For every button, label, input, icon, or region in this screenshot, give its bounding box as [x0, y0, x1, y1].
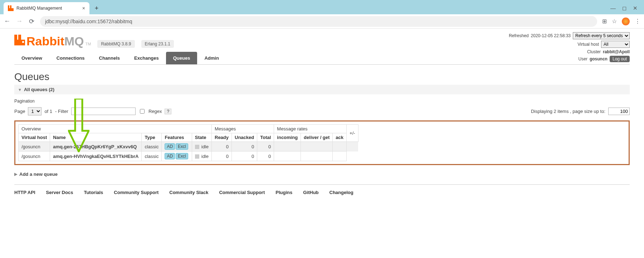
- svg-rect-1: [8, 5, 9, 8]
- cell-type: classic: [142, 152, 162, 161]
- url-bar[interactable]: jdbc:mysql://baidu.com:15672/rabbitmq: [40, 16, 597, 27]
- cell-ack: [333, 152, 347, 161]
- page-label: Page: [14, 109, 25, 114]
- profile-avatar[interactable]: [622, 18, 630, 25]
- tab-queues[interactable]: Queues: [166, 52, 197, 64]
- footer-community-slack[interactable]: Community Slack: [169, 190, 208, 195]
- all-queues-label: All queues (2): [24, 87, 54, 92]
- minimize-icon[interactable]: ―: [610, 5, 616, 11]
- col-ready[interactable]: Ready: [212, 133, 232, 142]
- cell-name[interactable]: amq.gen-267HBgQpKr6YgP_xKxvv6Q: [50, 142, 142, 152]
- col-total[interactable]: Total: [257, 133, 274, 142]
- user-label: User: [579, 56, 587, 61]
- feature-excl-badge: Excl: [176, 143, 188, 150]
- tab-channels[interactable]: Channels: [92, 52, 127, 64]
- maximize-icon[interactable]: ◻: [622, 5, 626, 11]
- col-incoming[interactable]: incoming: [274, 133, 301, 142]
- footer-github[interactable]: GitHub: [303, 190, 318, 195]
- logo-text-rabbit: Rabbit: [26, 34, 64, 48]
- refreshed-time: 2020-12-05 22:58:33: [531, 33, 571, 38]
- filter-input[interactable]: [71, 108, 136, 115]
- pagination-heading: Pagination: [14, 99, 630, 104]
- group-overview: Overview: [19, 125, 212, 133]
- cell-incoming: [274, 152, 301, 161]
- new-tab-button[interactable]: +: [92, 3, 102, 13]
- footer-server-docs[interactable]: Server Docs: [46, 190, 73, 195]
- close-window-icon[interactable]: ✕: [633, 5, 638, 11]
- footer-tutorials[interactable]: Tutorials: [84, 190, 103, 195]
- col-features[interactable]: Features: [162, 133, 192, 142]
- tab-exchanges[interactable]: Exchanges: [127, 52, 166, 64]
- rabbitmq-logo: RabbitMQ TM: [14, 34, 91, 48]
- svg-rect-2: [10, 5, 11, 8]
- svg-rect-6: [22, 41, 24, 43]
- logout-button[interactable]: Log out: [610, 56, 630, 62]
- tab-connections[interactable]: Connections: [49, 52, 92, 64]
- cell-incoming: [274, 142, 301, 152]
- rabbitmq-favicon-icon: [8, 5, 14, 11]
- cell-state: idle: [192, 152, 211, 161]
- footer-plugins[interactable]: Plugins: [275, 190, 292, 195]
- regex-help-button[interactable]: ?: [165, 109, 171, 114]
- cell-vhost: /gosuncn: [19, 152, 50, 161]
- star-icon[interactable]: ☆: [612, 18, 617, 25]
- svg-rect-0: [8, 8, 14, 11]
- cell-state: idle: [192, 142, 211, 152]
- svg-rect-4: [14, 35, 17, 40]
- cell-unacked: 0: [232, 152, 257, 161]
- footer-community-support[interactable]: Community Support: [114, 190, 158, 195]
- logo-text-mq: MQ: [64, 34, 84, 48]
- close-tab-icon[interactable]: ×: [82, 5, 85, 11]
- browser-tab[interactable]: RabbitMQ Management ×: [4, 2, 89, 14]
- cell-total: 0: [257, 152, 274, 161]
- col-state[interactable]: State: [192, 133, 211, 142]
- footer-changelog[interactable]: Changelog: [330, 190, 353, 195]
- page-select[interactable]: 1: [28, 107, 42, 115]
- all-queues-toggle[interactable]: ▼ All queues (2): [14, 85, 630, 94]
- queues-table: Overview Messages Message rates +/- Virt…: [18, 124, 358, 161]
- add-queue-toggle[interactable]: ▶ Add a new queue: [14, 169, 630, 179]
- cell-type: classic: [142, 142, 162, 152]
- cell-name[interactable]: amq.gen-HVhVngkaEQvHLSYTkHEbrA: [50, 152, 142, 161]
- regex-checkbox[interactable]: [140, 109, 145, 114]
- back-icon[interactable]: ←: [4, 18, 11, 25]
- feature-ad-badge: AD: [165, 153, 175, 159]
- filter-label: - Filter: [55, 109, 68, 114]
- col-deliver[interactable]: deliver / get: [301, 133, 333, 142]
- queues-table-highlight: Overview Messages Message rates +/- Virt…: [14, 120, 630, 165]
- cell-total: 0: [257, 142, 274, 152]
- tab-overview[interactable]: Overview: [14, 52, 49, 64]
- forward-icon[interactable]: →: [16, 18, 23, 25]
- translate-icon[interactable]: ⊞: [602, 18, 607, 25]
- col-ack[interactable]: ack: [333, 133, 347, 142]
- group-rates: Message rates: [274, 125, 347, 133]
- page-size-input[interactable]: [608, 108, 630, 115]
- col-type[interactable]: Type: [142, 133, 162, 142]
- menu-dots-icon[interactable]: ⋮: [635, 18, 640, 25]
- user-name: gosuncn: [590, 56, 608, 61]
- table-row: /gosuncn amq.gen-267HBgQpKr6YgP_xKxvv6Q …: [19, 142, 358, 152]
- erlang-version-badge: Erlang 23.1.1: [141, 40, 174, 48]
- browser-tab-strip: RabbitMQ Management × + ― ◻ ✕: [0, 0, 644, 14]
- cell-ready: 0: [212, 142, 232, 152]
- virtual-host-select[interactable]: All: [601, 41, 630, 48]
- reload-icon[interactable]: ⟳: [28, 18, 35, 25]
- col-name[interactable]: Name: [50, 133, 142, 142]
- page-title: Queues: [14, 71, 630, 83]
- tab-admin[interactable]: Admin: [197, 52, 226, 64]
- cell-ready: 0: [212, 152, 232, 161]
- cell-deliver: [301, 152, 333, 161]
- cell-deliver: [301, 142, 333, 152]
- url-text: jdbc:mysql://baidu.com:15672/rabbitmq: [45, 19, 132, 24]
- columns-toggle-button[interactable]: +/-: [347, 125, 358, 142]
- col-unacked[interactable]: Unacked: [232, 133, 257, 142]
- col-vhost[interactable]: Virtual host: [19, 133, 50, 142]
- regex-label: Regex: [148, 109, 162, 114]
- footer-http-api[interactable]: HTTP API: [14, 190, 35, 195]
- table-row: /gosuncn amq.gen-HVhVngkaEQvHLSYTkHEbrA …: [19, 152, 358, 161]
- rabbitmq-version-badge: RabbitMQ 3.8.9: [97, 40, 135, 48]
- tab-title: RabbitMQ Management: [16, 6, 79, 11]
- refresh-interval-select[interactable]: Refresh every 5 seconds: [573, 32, 630, 39]
- footer-commercial-support[interactable]: Commercial Support: [219, 190, 265, 195]
- cluster-name: rabbit@Apoll: [603, 49, 630, 54]
